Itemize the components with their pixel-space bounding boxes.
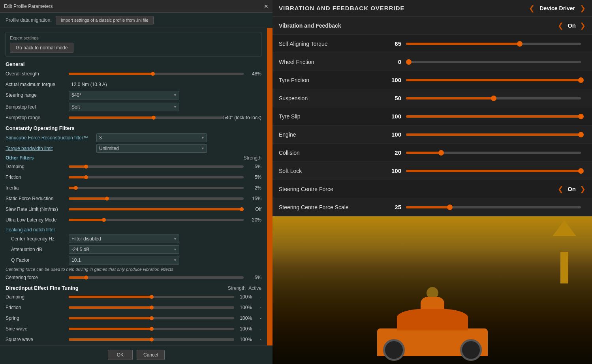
bumpstop-feel-select[interactable]: Soft bbox=[69, 103, 179, 111]
steering-centre-prev[interactable]: ❮ bbox=[558, 185, 564, 193]
vf-row-slider[interactable] bbox=[401, 79, 586, 81]
di-sinewave-slider[interactable] bbox=[69, 326, 234, 332]
damping-value: 5% bbox=[244, 164, 261, 169]
bumpstop-range-slider[interactable] bbox=[69, 114, 223, 121]
steering-range-row: Steering range 540° bbox=[6, 91, 261, 99]
peaking-label[interactable]: Peaking and notch filter bbox=[6, 227, 69, 233]
steering-range-label: Steering range bbox=[6, 92, 69, 98]
di-friction-dash: - bbox=[254, 305, 261, 310]
bumpstop-range-value: 540° (lock-to-lock) bbox=[223, 115, 261, 120]
di-active-col: Active bbox=[246, 285, 261, 291]
window-title: Edit Profile Parameters bbox=[4, 4, 53, 9]
go-back-normal-button[interactable]: Go back to normal mode bbox=[10, 43, 73, 53]
scroll-indicator[interactable] bbox=[267, 28, 273, 345]
static-fr-slider[interactable] bbox=[69, 195, 244, 202]
di-spring-dash: - bbox=[254, 315, 261, 321]
inertia-slider[interactable] bbox=[69, 185, 244, 191]
di-squarewave-row: Square wave 100% - bbox=[6, 335, 261, 344]
di-sinewave-row: Sine wave 100% - bbox=[6, 325, 261, 333]
overall-strength-slider[interactable] bbox=[69, 71, 244, 77]
center-freq-select[interactable]: Filter disabled bbox=[69, 235, 179, 243]
vf-slider-row: Tyre Friction 100 bbox=[273, 71, 592, 89]
content-inner: Expert settings Go back to normal mode G… bbox=[6, 32, 267, 345]
ultra-slider[interactable] bbox=[69, 217, 244, 223]
static-fr-value: 15% bbox=[244, 196, 261, 201]
torque-bw-label[interactable]: Torque bandwidth limit bbox=[6, 146, 96, 151]
vf-row-slider[interactable] bbox=[401, 133, 586, 136]
slew-slider[interactable] bbox=[69, 206, 244, 212]
di-section-title: DirectInput Effect Fine Tuning bbox=[6, 285, 224, 291]
torque-bw-select-wrap: Unlimited bbox=[96, 144, 207, 153]
overall-strength-row: Overall strength 48% bbox=[6, 69, 261, 78]
q-factor-row: Q Factor 10.1 bbox=[6, 256, 261, 265]
attenuation-row: Attenuation dB -24.5 dB bbox=[6, 245, 261, 254]
di-squarewave-slider[interactable] bbox=[69, 336, 234, 343]
vf-row-value: 100 bbox=[382, 167, 401, 174]
q-factor-select[interactable]: 10.1 bbox=[69, 256, 179, 265]
di-friction-label: Friction bbox=[6, 305, 69, 310]
image-area bbox=[273, 216, 592, 364]
vf-row-slider[interactable] bbox=[401, 61, 586, 63]
steering-range-select[interactable]: 540° bbox=[69, 91, 179, 99]
actual-max-torque-label: Actual maximum torque bbox=[6, 82, 69, 87]
nav-prev-button[interactable]: ❮ bbox=[529, 4, 535, 13]
vf-toggle-label: Vibration and Feedback bbox=[279, 23, 382, 29]
right-panel: VIBRATION AND FEEDBACK OVERRIDE ❮ Device… bbox=[273, 0, 592, 364]
damping-label: Damping bbox=[6, 164, 69, 169]
general-section-title: General bbox=[6, 61, 261, 67]
peaking-section: Peaking and notch filter Center frequenc… bbox=[6, 227, 261, 265]
vf-row-slider[interactable] bbox=[401, 115, 586, 118]
cancel-button[interactable]: Cancel bbox=[137, 350, 165, 360]
steering-centre-next[interactable]: ❯ bbox=[580, 185, 586, 193]
ok-button[interactable]: OK bbox=[108, 350, 133, 360]
vf-override-title: VIBRATION AND FEEDBACK OVERRIDE bbox=[279, 5, 529, 11]
center-freq-label: Center frequency Hz bbox=[6, 236, 69, 242]
vf-row-label: Suspension bbox=[279, 95, 382, 101]
vf-row-slider[interactable] bbox=[401, 43, 586, 45]
vf-row-label: Soft Lock bbox=[279, 168, 382, 174]
di-damping-slider[interactable] bbox=[69, 294, 234, 300]
vf-row-slider[interactable] bbox=[401, 97, 586, 99]
vf-prev-button[interactable]: ❮ bbox=[558, 21, 564, 30]
di-spring-slider[interactable] bbox=[69, 315, 234, 321]
steering-scale-slider[interactable] bbox=[401, 206, 586, 208]
reconstruction-select-wrap: 3 bbox=[96, 133, 207, 142]
other-filters-label[interactable]: Other Filters bbox=[6, 155, 69, 161]
vf-next-button[interactable]: ❯ bbox=[580, 21, 586, 30]
strength-col-label: Strength bbox=[240, 155, 261, 161]
vf-row-value: 20 bbox=[382, 149, 401, 156]
centering-force-row: Centering force 5% bbox=[6, 273, 261, 282]
vf-on-label: On bbox=[568, 22, 576, 29]
di-friction-slider[interactable] bbox=[69, 304, 234, 311]
vf-row-slider[interactable] bbox=[401, 170, 586, 172]
friction-slider[interactable] bbox=[69, 174, 244, 180]
ultra-label: Ultra Low Latency Mode bbox=[6, 217, 69, 223]
vf-slider-row: Wheel Friction 0 bbox=[273, 53, 592, 71]
torque-bw-select[interactable]: Unlimited bbox=[96, 144, 207, 153]
di-sinewave-dash: - bbox=[254, 326, 261, 332]
centering-force-slider[interactable] bbox=[69, 274, 244, 281]
di-damping-row: Damping 100% - bbox=[6, 293, 261, 301]
close-button[interactable]: ✕ bbox=[264, 3, 269, 9]
pagoda-body bbox=[560, 252, 568, 283]
centering-info: Centering force can be used to help driv… bbox=[6, 267, 261, 272]
friction-label: Friction bbox=[6, 174, 69, 180]
di-friction-row: Friction 100% - bbox=[6, 303, 261, 312]
bumpstop-feel-label: Bumpstop feel bbox=[6, 104, 69, 110]
steering-centre-row: Steering Centre Force ❮ On ❯ bbox=[273, 180, 592, 198]
nav-label: Device Driver bbox=[539, 5, 575, 11]
static-fr-label: Static Force Reduction bbox=[6, 196, 69, 201]
di-squarewave-value: 100% bbox=[234, 337, 252, 342]
di-spring-label: Spring bbox=[6, 315, 69, 321]
nav-next-button[interactable]: ❯ bbox=[580, 4, 586, 13]
steering-scale-row: Steering Centre Force Scale 25 bbox=[273, 198, 592, 216]
car-wheel-left bbox=[383, 339, 405, 361]
reconstruction-select[interactable]: 3 bbox=[96, 133, 207, 142]
import-button[interactable]: Import settings of a classic profile fro… bbox=[56, 16, 154, 24]
damping-slider[interactable] bbox=[69, 163, 244, 170]
centering-force-label: Centering force bbox=[6, 275, 69, 280]
reconstruction-label[interactable]: Simucube Force Reconstruction filter™ bbox=[6, 135, 96, 141]
vf-row-slider[interactable] bbox=[401, 152, 586, 154]
attenuation-select[interactable]: -24.5 dB bbox=[69, 245, 179, 254]
steering-centre-label: Steering Centre Force bbox=[279, 186, 382, 192]
